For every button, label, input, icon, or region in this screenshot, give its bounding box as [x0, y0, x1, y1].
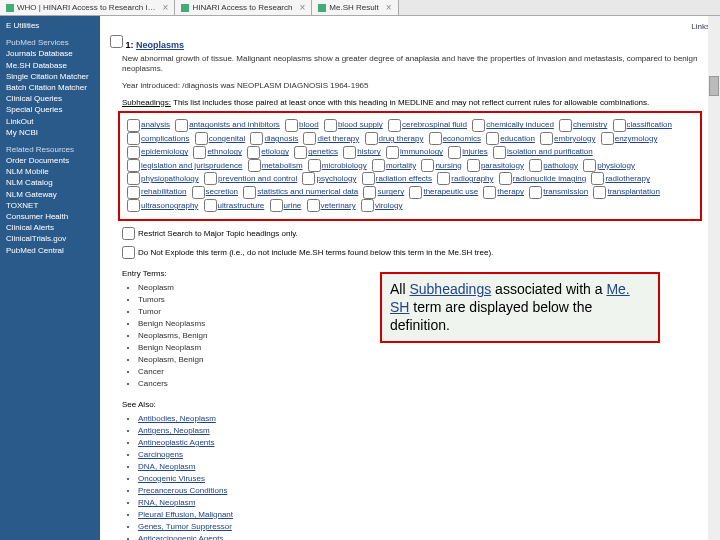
subheading-link[interactable]: radiography — [451, 174, 493, 183]
subheading-link[interactable]: chemistry — [573, 120, 607, 129]
subheading-checkbox[interactable] — [127, 186, 140, 199]
subheading-link[interactable]: economics — [443, 134, 481, 143]
see-also-link[interactable]: Antineoplastic Agents — [138, 438, 215, 447]
subheading-link[interactable]: mortality — [386, 161, 416, 170]
result-checkbox[interactable] — [110, 35, 123, 48]
subheading-link[interactable]: blood supply — [338, 120, 383, 129]
subheading-link[interactable]: chemically induced — [486, 120, 554, 129]
subheading-link[interactable]: radionuclide imaging — [513, 174, 586, 183]
subheading-link[interactable]: ultrastructure — [218, 201, 265, 210]
subheading-checkbox[interactable] — [540, 132, 553, 145]
subheading-checkbox[interactable] — [285, 119, 298, 132]
sidebar-item[interactable]: Consumer Health — [6, 211, 94, 222]
sidebar-item[interactable]: NLM Gateway — [6, 189, 94, 200]
subheading-checkbox[interactable] — [437, 172, 450, 185]
subheading-checkbox[interactable] — [362, 172, 375, 185]
subheading-link[interactable]: surgery — [377, 187, 404, 196]
subheading-checkbox[interactable] — [127, 159, 140, 172]
subheading-link[interactable]: genetics — [308, 147, 338, 156]
sidebar-item[interactable]: PubMed Central — [6, 245, 94, 256]
subheading-link[interactable]: radiotherapy — [605, 174, 649, 183]
subheading-link[interactable]: radiation effects — [376, 174, 432, 183]
subheading-link[interactable]: blood — [299, 120, 319, 129]
restrict-major-checkbox[interactable] — [122, 227, 135, 240]
sidebar-item[interactable]: Clinical Alerts — [6, 222, 94, 233]
subheading-checkbox[interactable] — [499, 172, 512, 185]
sidebar-item[interactable]: Journals Database — [6, 48, 94, 59]
subheading-link[interactable]: psychology — [316, 174, 356, 183]
subheading-link[interactable]: epidemiology — [141, 147, 188, 156]
subheading-checkbox[interactable] — [127, 172, 140, 185]
subheading-link[interactable]: physiopathology — [141, 174, 199, 183]
subheading-checkbox[interactable] — [308, 159, 321, 172]
subheading-checkbox[interactable] — [127, 199, 140, 212]
subheading-checkbox[interactable] — [127, 132, 140, 145]
subheading-link[interactable]: parasitology — [481, 161, 524, 170]
subheading-link[interactable]: classification — [627, 120, 672, 129]
see-also-link[interactable]: RNA, Neoplasm — [138, 498, 195, 507]
close-icon[interactable]: × — [299, 2, 305, 13]
subheading-link[interactable]: analysis — [141, 120, 170, 129]
subheading-link[interactable]: therapy — [497, 187, 524, 196]
sidebar-item[interactable]: Me.SH Database — [6, 60, 94, 71]
subheading-link[interactable]: legislation and jurisprudence — [141, 161, 242, 170]
subheading-link[interactable]: isolation and purification — [507, 147, 593, 156]
scrollbar-thumb[interactable] — [709, 76, 719, 96]
subheading-link[interactable]: ethnology — [207, 147, 242, 156]
subheading-checkbox[interactable] — [559, 119, 572, 132]
see-also-link[interactable]: Carcinogens — [138, 450, 183, 459]
subheading-link[interactable]: virology — [375, 201, 403, 210]
subheading-link[interactable]: metabolism — [262, 161, 303, 170]
subheading-checkbox[interactable] — [429, 132, 442, 145]
subheading-checkbox[interactable] — [250, 132, 263, 145]
subheading-link[interactable]: immunology — [400, 147, 443, 156]
subheading-checkbox[interactable] — [613, 119, 626, 132]
see-also-link[interactable]: Anticarcinogenic Agents — [138, 534, 223, 540]
subheading-link[interactable]: embryology — [554, 134, 595, 143]
subheading-checkbox[interactable] — [307, 199, 320, 212]
sidebar-item[interactable]: LinkOut — [6, 116, 94, 127]
subheading-link[interactable]: complications — [141, 134, 189, 143]
sidebar-item[interactable]: NLM Mobile — [6, 166, 94, 177]
subheading-checkbox[interactable] — [486, 132, 499, 145]
subheading-checkbox[interactable] — [372, 159, 385, 172]
subheading-checkbox[interactable] — [448, 146, 461, 159]
sidebar-item[interactable]: My NCBI — [6, 127, 94, 138]
subheading-link[interactable]: education — [500, 134, 535, 143]
see-also-link[interactable]: Antigens, Neoplasm — [138, 426, 210, 435]
subheading-checkbox[interactable] — [175, 119, 188, 132]
see-also-link[interactable]: Oncogenic Viruses — [138, 474, 205, 483]
subheading-checkbox[interactable] — [388, 119, 401, 132]
see-also-link[interactable]: Genes, Tumor Suppressor — [138, 522, 232, 531]
do-not-explode-checkbox[interactable] — [122, 246, 135, 259]
subheading-checkbox[interactable] — [493, 146, 506, 159]
see-also-link[interactable]: Antibodies, Neoplasm — [138, 414, 216, 423]
subheading-link[interactable]: etiology — [261, 147, 289, 156]
subheading-link[interactable]: physiology — [597, 161, 635, 170]
subheading-checkbox[interactable] — [591, 172, 604, 185]
subheading-checkbox[interactable] — [601, 132, 614, 145]
subheading-link[interactable]: diet therapy — [317, 134, 359, 143]
subheading-link[interactable]: enzymology — [615, 134, 658, 143]
subheading-link[interactable]: history — [357, 147, 381, 156]
subheading-link[interactable]: microbiology — [322, 161, 367, 170]
subheading-checkbox[interactable] — [472, 119, 485, 132]
subheading-link[interactable]: transmission — [543, 187, 588, 196]
subheading-checkbox[interactable] — [192, 186, 205, 199]
see-also-link[interactable]: DNA, Neoplasm — [138, 462, 195, 471]
sidebar-item[interactable]: Batch Citation Matcher — [6, 82, 94, 93]
subheading-link[interactable]: therapeutic use — [423, 187, 478, 196]
subheading-checkbox[interactable] — [529, 159, 542, 172]
subheading-checkbox[interactable] — [467, 159, 480, 172]
subheading-checkbox[interactable] — [593, 186, 606, 199]
subheading-link[interactable]: secretion — [206, 187, 238, 196]
tab-hinari[interactable]: HINARI Access to Research× — [175, 0, 312, 15]
subheading-link[interactable]: diagnosis — [264, 134, 298, 143]
subheading-checkbox[interactable] — [409, 186, 422, 199]
links-label[interactable]: Links — [110, 22, 710, 31]
subheading-checkbox[interactable] — [361, 199, 374, 212]
subheading-link[interactable]: antagonists and inhibitors — [189, 120, 280, 129]
subheading-link[interactable]: statistics and numerical data — [257, 187, 358, 196]
close-icon[interactable]: × — [386, 2, 392, 13]
subheading-checkbox[interactable] — [270, 199, 283, 212]
